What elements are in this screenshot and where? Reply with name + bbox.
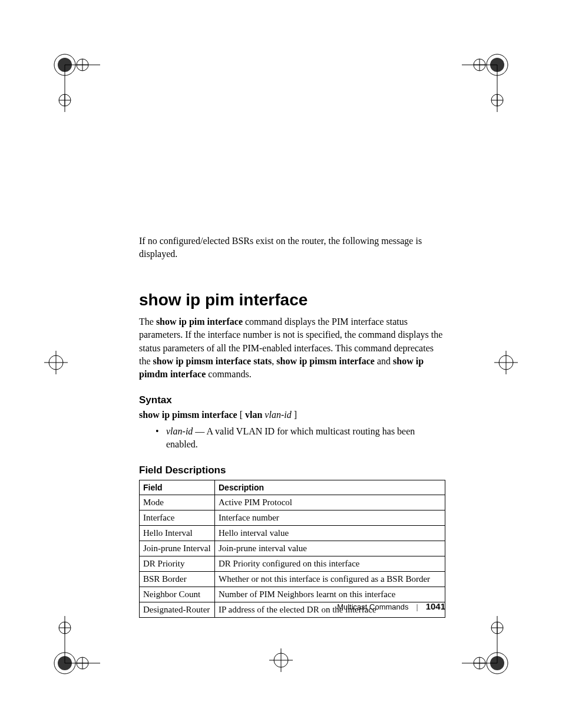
desc-text: commands.	[206, 369, 251, 379]
syntax-line: show ip pimsm interface [ vlan vlan-id ]	[139, 410, 445, 420]
svg-point-0	[54, 54, 75, 75]
svg-point-11	[58, 656, 72, 670]
table-cell-field: Neighbor Count	[140, 587, 215, 602]
table-header-field: Field	[140, 480, 215, 495]
svg-point-5	[490, 58, 504, 72]
svg-point-1	[58, 58, 72, 72]
field-desc-heading: Field Descriptions	[139, 465, 445, 476]
svg-point-15	[487, 653, 508, 674]
page-footer: Multicast Commands | 1041	[139, 601, 445, 612]
crop-mark-top-right	[456, 47, 515, 118]
table-row: Hello IntervalHello interval value	[140, 525, 445, 541]
table-row: BSR BorderWhether or not this interface …	[140, 571, 445, 587]
syntax-cmd: show ip pimsm interface	[139, 410, 237, 420]
table-cell-desc: Hello interval value	[215, 525, 445, 541]
desc-cmd-bold: show ip pim interface	[156, 317, 243, 327]
table-cell-field: Join-prune Interval	[140, 541, 215, 556]
syntax-heading: Syntax	[139, 394, 445, 406]
table-row: ModeActive PIM Protocol	[140, 495, 445, 510]
svg-point-13	[59, 622, 71, 634]
table-cell-field: DR Priority	[140, 556, 215, 571]
syntax-bracket: [	[237, 410, 245, 420]
table-cell-desc: Number of PIM Neighbors learnt on this i…	[215, 587, 445, 602]
table-cell-desc: Whether or not this interface is configu…	[215, 571, 445, 587]
crop-mark-bottom-right	[456, 610, 515, 681]
footer-section-name: Multicast Commands	[337, 602, 408, 611]
table-header-row: Field Description	[140, 480, 445, 495]
crop-mark-bottom-center	[266, 645, 296, 675]
table-cell-desc: DR Priority configured on this interface	[215, 556, 445, 571]
syntax-param: vlan-id	[265, 410, 291, 420]
table-cell-desc: Interface number	[215, 510, 445, 525]
svg-point-17	[474, 657, 485, 669]
desc-text: and	[375, 356, 393, 366]
svg-point-6	[474, 59, 485, 71]
table-cell-field: Hello Interval	[140, 525, 215, 541]
svg-point-9	[499, 355, 513, 370]
table-cell-field: Interface	[140, 510, 215, 525]
svg-point-2	[77, 59, 88, 71]
syntax-bullet: vlan-id — A valid VLAN ID for which mult…	[156, 425, 445, 452]
table-cell-field: BSR Border	[140, 571, 215, 587]
desc-cmd-bold: show ip pimsm interface	[276, 356, 375, 366]
command-description: The show ip pim interface command displa…	[139, 315, 445, 381]
field-table: Field Description ModeActive PIM Protoco…	[139, 480, 445, 618]
table-header-desc: Description	[215, 480, 445, 495]
svg-point-12	[77, 657, 88, 669]
table-row: DR PriorityDR Priority configured on thi…	[140, 556, 445, 571]
footer-separator: |	[416, 602, 418, 611]
svg-point-4	[487, 54, 508, 75]
svg-point-3	[59, 94, 71, 106]
table-cell-field: Mode	[140, 495, 215, 510]
svg-point-8	[49, 355, 63, 370]
table-row: Neighbor CountNumber of PIM Neighbors le…	[140, 587, 445, 602]
svg-point-16	[490, 656, 504, 670]
desc-text: The	[139, 317, 156, 327]
syntax-bullet-list: vlan-id — A valid VLAN ID for which mult…	[156, 425, 445, 452]
bullet-term: vlan-id	[166, 426, 193, 436]
footer-page-number: 1041	[426, 601, 445, 611]
table-cell-desc: Join-prune interval value	[215, 541, 445, 556]
table-row: Join-prune IntervalJoin-prune interval v…	[140, 541, 445, 556]
svg-point-18	[491, 622, 503, 634]
desc-cmd-bold: show ip pimsm interface stats	[153, 356, 272, 366]
crop-mark-bottom-left	[47, 610, 106, 681]
syntax-bracket: ]	[292, 410, 297, 420]
syntax-keyword: vlan	[245, 410, 262, 420]
crop-mark-top-left	[47, 47, 106, 118]
svg-point-10	[54, 653, 75, 674]
bullet-text: — A valid VLAN ID for which multicast ro…	[166, 426, 415, 449]
svg-point-14	[274, 653, 288, 667]
page-content: If no configured/elected BSRs exist on t…	[139, 235, 445, 618]
svg-point-7	[491, 94, 503, 106]
table-row: InterfaceInterface number	[140, 510, 445, 525]
command-heading: show ip pim interface	[139, 291, 445, 309]
crop-mark-mid-left	[41, 348, 71, 377]
crop-mark-mid-right	[491, 348, 521, 377]
intro-paragraph: If no configured/elected BSRs exist on t…	[139, 235, 445, 261]
table-cell-desc: Active PIM Protocol	[215, 495, 445, 510]
